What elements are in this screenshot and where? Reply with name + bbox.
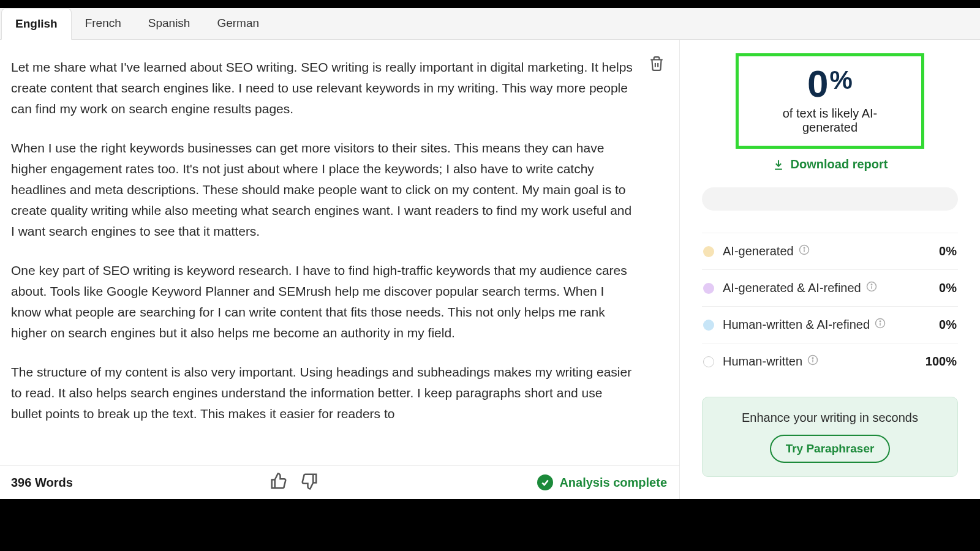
category-dot bbox=[703, 246, 714, 257]
info-icon[interactable] bbox=[866, 281, 877, 295]
enhance-title: Enhance your writing in seconds bbox=[716, 411, 944, 425]
word-count: 396 Words bbox=[11, 476, 73, 490]
tab-spanish[interactable]: Spanish bbox=[135, 8, 204, 39]
paragraph: The structure of my content is also very… bbox=[11, 362, 636, 424]
enhance-promo: Enhance your writing in seconds Try Para… bbox=[702, 397, 958, 477]
tab-german[interactable]: German bbox=[203, 8, 273, 39]
breakdown-row: Human-written & AI-refined0% bbox=[702, 307, 958, 343]
thumbs-down-icon[interactable] bbox=[300, 472, 318, 493]
breakdown-label: Human-written bbox=[723, 354, 802, 369]
breakdown-list: AI-generated0%AI-generated & AI-refined0… bbox=[702, 233, 958, 380]
analysis-status: Analysis complete bbox=[559, 476, 667, 490]
download-report-link[interactable]: Download report bbox=[702, 157, 958, 171]
tab-english[interactable]: English bbox=[1, 8, 72, 40]
category-dot bbox=[703, 356, 714, 367]
breakdown-row: AI-generated & AI-refined0% bbox=[702, 270, 958, 307]
ai-score-box: 0 % of text is likely AI-generated bbox=[736, 53, 924, 149]
breakdown-label: AI-generated bbox=[723, 244, 794, 258]
ai-score-label: of text is likely AI-generated bbox=[757, 107, 903, 135]
breakdown-value: 0% bbox=[939, 281, 957, 295]
breakdown-label: Human-written & AI-refined bbox=[723, 318, 870, 332]
text-editor[interactable]: Let me share what I've learned about SEO… bbox=[0, 40, 679, 465]
percent-sign: % bbox=[830, 67, 853, 93]
paragraph: One key part of SEO writing is keyword r… bbox=[11, 260, 636, 343]
svg-point-4 bbox=[804, 247, 805, 249]
info-icon[interactable] bbox=[875, 318, 886, 332]
results-sidebar: 0 % of text is likely AI-generated Downl… bbox=[680, 40, 980, 499]
paragraph: When I use the right keywords businesses… bbox=[11, 138, 636, 242]
editor-pane: Let me share what I've learned about SEO… bbox=[0, 40, 680, 499]
info-icon[interactable] bbox=[807, 354, 818, 369]
breakdown-value: 0% bbox=[939, 244, 957, 258]
thumbs-up-icon[interactable] bbox=[270, 472, 288, 493]
svg-point-7 bbox=[871, 284, 872, 285]
breakdown-value: 100% bbox=[925, 354, 957, 369]
editor-footer: 396 Words bbox=[0, 465, 679, 499]
breakdown-value: 0% bbox=[939, 318, 957, 332]
download-report-label: Download report bbox=[791, 157, 888, 171]
paragraph: Let me share what I've learned about SEO… bbox=[11, 57, 636, 119]
category-dot bbox=[703, 283, 714, 294]
try-paraphraser-button[interactable]: Try Paraphraser bbox=[770, 435, 891, 463]
info-icon[interactable] bbox=[799, 244, 810, 258]
distribution-bar bbox=[702, 187, 958, 211]
svg-point-10 bbox=[880, 321, 881, 322]
category-dot bbox=[703, 320, 714, 331]
language-tabs: EnglishFrenchSpanishGerman bbox=[0, 8, 980, 40]
ai-score-value: 0 bbox=[807, 65, 828, 103]
tab-french[interactable]: French bbox=[72, 8, 135, 39]
breakdown-row: Human-written100% bbox=[702, 343, 958, 380]
svg-point-13 bbox=[812, 358, 813, 359]
check-icon bbox=[537, 474, 553, 490]
breakdown-label: AI-generated & AI-refined bbox=[723, 281, 861, 295]
breakdown-row: AI-generated0% bbox=[702, 233, 958, 270]
